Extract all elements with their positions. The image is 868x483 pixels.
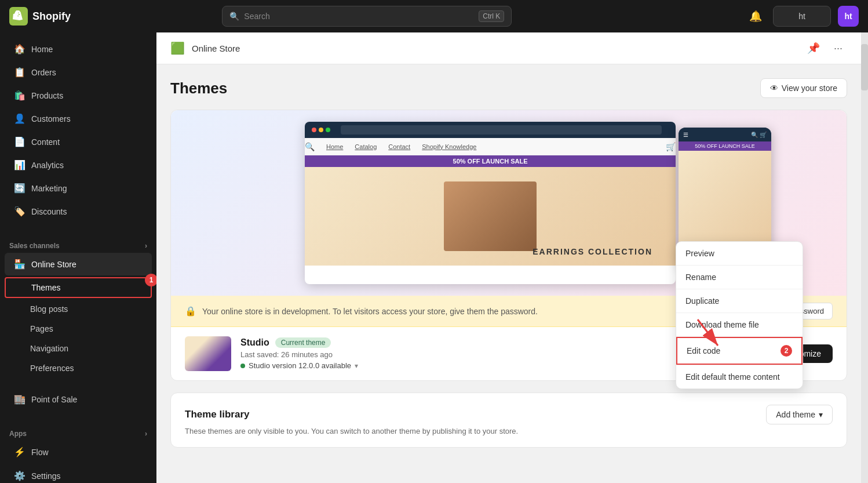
flow-icon: ⚡ <box>14 446 25 457</box>
theme-details: Studio Current theme Last saved: 26 minu… <box>240 337 736 370</box>
content-area: 🟩 Online Store 📌 ··· Themes 👁 View your … <box>156 32 861 483</box>
sidebar-item-point-of-sale[interactable]: 🏬 Point of Sale <box>5 388 152 411</box>
browser-promo-text: 50% OFF LAUNCH SALE <box>305 155 676 167</box>
add-theme-button[interactable]: Add theme ▾ <box>766 405 833 424</box>
sidebar-item-customers[interactable]: 👤 Customers <box>5 107 152 130</box>
sidebar-item-label: Products <box>31 91 63 100</box>
store-selector-button[interactable]: ht <box>773 6 831 27</box>
sidebar-item-settings[interactable]: ⚙️ Settings <box>5 464 152 483</box>
dropdown-item-rename[interactable]: Rename <box>676 266 803 289</box>
scrollbar[interactable] <box>861 32 868 483</box>
online-store-header-icon: 🟩 <box>170 41 185 55</box>
search-shortcut: Ctrl K <box>479 10 504 22</box>
version-chevron-icon: ▾ <box>355 362 358 370</box>
dropdown-item-label: Edit code <box>687 346 720 355</box>
sidebar-sub-item-label: Blog posts <box>30 304 68 314</box>
theme-library-header: Theme library Add theme ▾ <box>185 405 833 424</box>
sidebar-item-discounts[interactable]: 🏷️ Discounts <box>5 200 152 223</box>
notifications-button[interactable]: 🔔 <box>745 6 766 27</box>
theme-library-card: Theme library Add theme ▾ These themes a… <box>170 393 847 448</box>
version-text: Studio version 12.0.0 available <box>249 361 351 370</box>
add-theme-label: Add theme <box>776 410 815 419</box>
home-icon: 🏠 <box>14 43 25 55</box>
mobile-promo: 50% OFF LAUNCH SALE <box>679 141 771 151</box>
version-dot <box>240 364 245 368</box>
theme-library-description: These themes are only visible to you. Yo… <box>185 427 833 435</box>
apps-chevron: › <box>145 430 147 438</box>
browser-hero: EARRINGS COLLECTION <box>305 167 676 266</box>
sidebar-item-label: Point of Sale <box>31 395 77 404</box>
avatar-initials: ht <box>844 12 852 21</box>
online-store-icon: 🏪 <box>14 259 25 270</box>
sidebar-item-navigation[interactable]: Navigation <box>5 339 152 358</box>
sidebar-item-preferences[interactable]: Preferences <box>5 359 152 377</box>
lock-icon: 🔒 <box>185 306 196 317</box>
theme-library-title: Theme library <box>185 409 250 420</box>
dropdown-item-label: Preview <box>685 249 714 258</box>
sidebar-item-orders[interactable]: 📋 Orders <box>5 61 152 83</box>
page-header-title: Online Store <box>192 43 240 53</box>
sidebar-item-label: Discounts <box>31 207 67 216</box>
badge-number-1: 1 <box>145 274 156 286</box>
dropdown-item-label: Download theme file <box>685 320 759 329</box>
browser-mockup: 🔍 Home Catalog Contact Shopify Knowledge… <box>305 122 676 284</box>
sidebar-sub-item-label: Themes <box>31 283 61 292</box>
sidebar: 🏠 Home 📋 Orders 🛍️ Products 👤 Customers … <box>0 32 156 483</box>
sidebar-item-label: Marketing <box>31 184 67 193</box>
sidebar-item-analytics[interactable]: 📊 Analytics <box>5 154 152 176</box>
sidebar-sub-item-label: Preferences <box>30 364 74 373</box>
search-icon: 🔍 <box>229 12 239 21</box>
marketing-icon: 🔄 <box>14 183 25 194</box>
sidebar-item-products[interactable]: 🛍️ Products <box>5 84 152 107</box>
sidebar-item-content[interactable]: 📄 Content <box>5 130 152 153</box>
theme-name-row: Studio Current theme <box>240 337 736 348</box>
pin-button[interactable]: 📌 <box>803 39 825 57</box>
sidebar-item-themes[interactable]: Themes 1 <box>5 277 152 298</box>
hero-text: EARRINGS COLLECTION <box>533 247 652 256</box>
sidebar-item-label: Online Store <box>31 260 76 269</box>
dropdown-item-edit-default[interactable]: Edit default theme content <box>676 365 803 388</box>
sidebar-item-label: Flow <box>31 448 49 457</box>
page-title: Themes <box>170 79 227 97</box>
dropdown-item-duplicate[interactable]: Duplicate <box>676 289 803 313</box>
add-theme-chevron-icon: ▾ <box>819 410 823 419</box>
sidebar-item-marketing[interactable]: 🔄 Marketing <box>5 177 152 199</box>
content-icon: 📄 <box>14 136 25 147</box>
dropdown-item-download[interactable]: Download theme file <box>676 313 803 336</box>
products-icon: 🛍️ <box>14 90 25 101</box>
dropdown-item-preview[interactable]: Preview <box>676 242 803 265</box>
logo: Shopify <box>9 7 102 26</box>
mobile-bar: ☰ 🔍 🛒 <box>679 128 771 141</box>
avatar[interactable]: ht <box>838 6 859 27</box>
sidebar-sub-item-label: Pages <box>30 324 53 333</box>
sidebar-item-label: Orders <box>31 68 56 77</box>
sales-channels-chevron: › <box>145 242 147 250</box>
sidebar-item-online-store[interactable]: 🏪 Online Store <box>5 253 152 275</box>
page-header: 🟩 Online Store 📌 ··· <box>156 32 861 64</box>
dropdown-item-edit-code[interactable]: Edit code 2 <box>676 337 803 365</box>
orders-icon: 📋 <box>14 67 25 78</box>
badge-number-2: 2 <box>781 345 792 357</box>
more-button[interactable]: ··· <box>829 39 847 57</box>
shopify-logo-icon <box>9 7 28 26</box>
search-placeholder: Search <box>244 12 269 21</box>
view-store-label: View your store <box>782 83 837 93</box>
view-store-button[interactable]: 👁 View your store <box>760 78 847 98</box>
top-nav-right: 🔔 ht ht <box>745 6 859 27</box>
sidebar-item-flow[interactable]: ⚡ Flow <box>5 441 152 463</box>
browser-nav: 🔍 Home Catalog Contact Shopify Knowledge… <box>305 138 676 155</box>
sidebar-item-pages[interactable]: Pages <box>5 319 152 338</box>
eye-icon: 👁 <box>770 83 778 93</box>
apps-label: Apps <box>9 430 27 438</box>
sidebar-item-label: Customers <box>31 114 71 124</box>
dropdown-item-label: Duplicate <box>685 296 719 306</box>
dropdown-item-label: Rename <box>685 273 716 282</box>
sidebar-item-home[interactable]: 🏠 Home <box>5 38 152 60</box>
sidebar-sub-item-label: Navigation <box>30 344 68 353</box>
current-theme-badge: Current theme <box>275 337 331 348</box>
mobile-hero <box>679 151 771 255</box>
sales-channels-label: Sales channels <box>9 242 60 250</box>
theme-saved-time: Last saved: 26 minutes ago <box>240 350 736 359</box>
sidebar-item-blog-posts[interactable]: Blog posts <box>5 300 152 318</box>
search-bar[interactable]: 🔍 Search Ctrl K <box>222 6 512 27</box>
